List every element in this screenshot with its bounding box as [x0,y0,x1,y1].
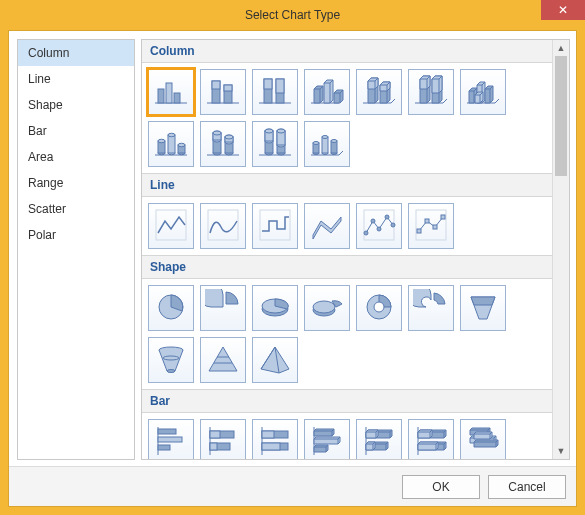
svg-point-49 [277,129,285,133]
chart-tile-bar-stacked[interactable] [200,419,246,459]
sidebar-item-label: Bar [28,124,47,138]
scroll-up-arrow-icon[interactable]: ▲ [553,40,569,56]
funnel-3d-icon [153,341,189,380]
group-tiles-line [142,197,552,255]
pie-3d-icon [257,289,293,328]
svg-rect-19 [168,135,175,153]
chart-tile-line-markers-box[interactable] [408,203,454,249]
svg-point-79 [374,302,384,312]
chart-tile-line[interactable] [148,203,194,249]
scroll-thumb[interactable] [555,56,567,176]
chart-tile-doughnut-split[interactable] [408,285,454,331]
close-button[interactable]: ✕ [541,0,585,20]
chart-tile-cylinder-clustered[interactable] [148,121,194,167]
chart-tile-line-3d[interactable] [304,203,350,249]
chart-tile-pyramid[interactable] [200,337,246,383]
scroll-down-arrow-icon[interactable]: ▼ [553,443,569,459]
chart-tile-bar-3d-100-stacked[interactable] [408,419,454,459]
column-3d-100-stacked-icon [413,73,449,112]
chart-tile-pie-exploded[interactable] [200,285,246,331]
chart-tile-bar-3d-clustered[interactable] [304,419,350,459]
sidebar-item-area[interactable]: Area [18,144,134,170]
chart-tile-funnel[interactable] [460,285,506,331]
sidebar-item-line[interactable]: Line [18,66,134,92]
bar-stacked-icon [205,423,241,460]
group-tiles-bar [142,413,552,459]
chart-tile-cylinder-100-stacked[interactable] [252,121,298,167]
dialog-body: ColumnLineShapeBarAreaRangeScatterPolar … [9,31,576,466]
funnel-icon [465,289,501,328]
svg-rect-93 [210,443,217,450]
sidebar-item-range[interactable]: Range [18,170,134,196]
chart-tile-cylinder-stacked[interactable] [200,121,246,167]
sidebar-item-shape[interactable]: Shape [18,92,134,118]
pyramid-icon [205,341,241,380]
chart-tile-bar-clustered[interactable] [148,419,194,459]
svg-point-30 [213,131,221,135]
svg-point-23 [178,143,185,147]
chart-tile-column-100-stacked[interactable] [252,69,298,115]
sidebar-item-label: Scatter [28,202,66,216]
chart-tile-funnel-3d[interactable] [148,337,194,383]
doughnut-split-icon [413,289,449,328]
svg-point-81 [167,369,175,372]
sidebar-item-column[interactable]: Column [18,40,134,66]
line-icon [153,207,189,246]
column-3d-icon [465,73,501,112]
svg-point-65 [377,227,381,231]
chart-tile-column-3d[interactable] [460,69,506,115]
chart-tile-column-clustered[interactable] [148,69,194,115]
ok-button-label: OK [432,480,449,494]
dialog-footer: OK Cancel [9,466,576,506]
ok-button[interactable]: OK [402,475,480,499]
chart-tile-bar-100-stacked[interactable] [252,419,298,459]
gallery-wrap: ColumnLineShapeBar ▲ ▼ [141,39,570,460]
chart-tile-column-3d-100-stacked[interactable] [408,69,454,115]
chart-tile-line-smooth[interactable] [200,203,246,249]
sidebar-item-label: Range [28,176,63,190]
column-100-stacked-icon [257,73,293,112]
sidebar-item-polar[interactable]: Polar [18,222,134,248]
svg-point-17 [158,139,165,143]
chart-tile-bar-3d-stacked[interactable] [356,419,402,459]
bar-3d-100-stacked-icon [413,423,449,460]
chart-tile-column-3d-clustered[interactable] [304,69,350,115]
group-header-label: Shape [150,260,186,274]
chart-tile-column-3d-stacked[interactable] [356,69,402,115]
svg-rect-98 [262,443,280,450]
chart-tile-step-line[interactable] [252,203,298,249]
chart-tile-cylinder-3d[interactable] [304,121,350,167]
close-icon: ✕ [558,3,568,17]
sidebar-item-label: Shape [28,98,63,112]
group-header-shape: Shape [142,255,552,279]
category-list: ColumnLineShapeBarAreaRangeScatterPolar [17,39,135,460]
svg-rect-6 [212,81,220,89]
svg-point-63 [364,231,368,235]
svg-rect-54 [322,137,328,153]
bar-100-stacked-icon [257,423,293,460]
svg-rect-62 [364,210,394,240]
chart-tile-pie-3d[interactable] [252,285,298,331]
chart-tile-column-stacked[interactable] [200,69,246,115]
chart-tile-line-markers[interactable] [356,203,402,249]
column-clustered-icon [153,73,189,112]
svg-point-36 [225,135,233,139]
chart-tile-doughnut[interactable] [356,285,402,331]
svg-point-52 [313,141,319,144]
chart-tile-bar-3d[interactable] [460,419,506,459]
line-markers-icon [361,207,397,246]
scrollbar[interactable]: ▲ ▼ [552,40,569,459]
sidebar-item-bar[interactable]: Bar [18,118,134,144]
chart-tile-pie[interactable] [148,285,194,331]
svg-rect-1 [158,89,164,103]
svg-rect-96 [262,431,274,438]
svg-rect-11 [264,79,272,89]
chart-tile-pie-3d-exploded[interactable] [304,285,350,331]
bar-3d-icon [465,423,501,460]
group-header-label: Line [150,178,175,192]
cancel-button[interactable]: Cancel [488,475,566,499]
sidebar-item-scatter[interactable]: Scatter [18,196,134,222]
svg-rect-88 [158,445,170,450]
chart-tile-pyramid-3d[interactable] [252,337,298,383]
sidebar-item-label: Column [28,46,69,60]
